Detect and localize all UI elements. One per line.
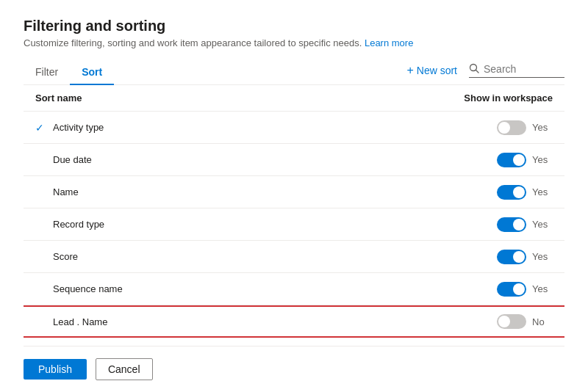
page-container: Filtering and sorting Customize filterin… [0,0,588,392]
table-row: ✓ Name Yes [24,176,564,208]
check-placeholder: ✓ [35,154,47,166]
page-title: Filtering and sorting [24,18,564,35]
table-row-highlighted: ✓ Lead . Name No [24,305,564,338]
search-icon [469,63,479,76]
check-placeholder: ✓ [35,219,47,231]
tabs-right: + New sort [406,63,564,82]
table-row: ✓ Due date Yes [24,144,564,176]
row-right: Yes [497,282,553,297]
row-right: Yes [497,120,553,135]
tab-sort[interactable]: Sort [70,60,114,85]
row-left: ✓ Sequence name [35,283,123,295]
plus-icon: + [406,64,413,77]
row-name: Activity type [53,122,104,133]
toggle-label: Yes [532,251,553,262]
check-icon: ✓ [35,122,47,134]
row-name: Name [53,186,79,197]
row-left: ✓ Due date [35,154,92,166]
row-name: Sequence name [53,283,123,294]
tab-filter[interactable]: Filter [24,60,70,85]
row-right: Yes [497,185,553,200]
toggle-name[interactable] [497,185,526,200]
toggle-due-date[interactable] [497,153,526,167]
tabs-bar: Filter Sort + New sort [24,60,564,85]
check-placeholder: ✓ [35,251,47,263]
table-header: Sort name Show in workspace [24,85,564,112]
search-container [469,63,564,78]
search-input[interactable] [484,63,564,75]
check-placeholder: ✓ [35,186,47,198]
row-name: Record type [53,219,104,230]
learn-more-link[interactable]: Learn more [365,37,413,48]
toggle-record-type[interactable] [497,217,526,232]
row-right: Yes [497,217,553,232]
toggle-label: Yes [532,122,553,133]
row-left: ✓ Score [35,251,78,263]
row-right: No [497,314,553,329]
row-name: Score [53,251,78,262]
check-placeholder: ✓ [35,283,47,295]
table-row: ✓ Sequence name Yes [24,273,564,305]
tabs-left: Filter Sort [24,60,114,84]
toggle-score[interactable] [497,250,526,264]
svg-line-1 [476,70,479,73]
row-left: ✓ Lead . Name [35,316,107,327]
new-sort-button[interactable]: + New sort [406,64,457,77]
row-name: Lead . Name [53,316,107,327]
table-area: Sort name Show in workspace ✓ Activity t… [24,85,564,346]
page-subtitle: Customize filtering, sorting and work it… [24,37,564,48]
cancel-button[interactable]: Cancel [96,358,153,380]
publish-button[interactable]: Publish [24,359,87,380]
toggle-label: Yes [532,219,553,230]
toggle-lead-name[interactable] [497,314,526,329]
toggle-label: No [532,316,553,327]
check-placeholder: ✓ [35,316,47,327]
row-right: Yes [497,153,553,167]
toggle-label: Yes [532,154,553,165]
table-row: ✓ Activity type Yes [24,112,564,144]
toggle-activity-type[interactable] [497,120,526,135]
toggle-sequence-name[interactable] [497,282,526,297]
row-name: Due date [53,154,92,165]
row-left: ✓ Name [35,186,79,198]
col-sort-name: Sort name [35,92,82,104]
toggle-label: Yes [532,283,553,294]
row-right: Yes [497,250,553,264]
row-left: ✓ Activity type [35,122,104,134]
row-left: ✓ Record type [35,219,104,231]
table-row: ✓ Score Yes [24,241,564,273]
table-row: ✓ Record type Yes [24,208,564,241]
col-show-in-workspace: Show in workspace [464,92,553,104]
toggle-label: Yes [532,186,553,197]
footer: Publish Cancel [24,346,564,392]
